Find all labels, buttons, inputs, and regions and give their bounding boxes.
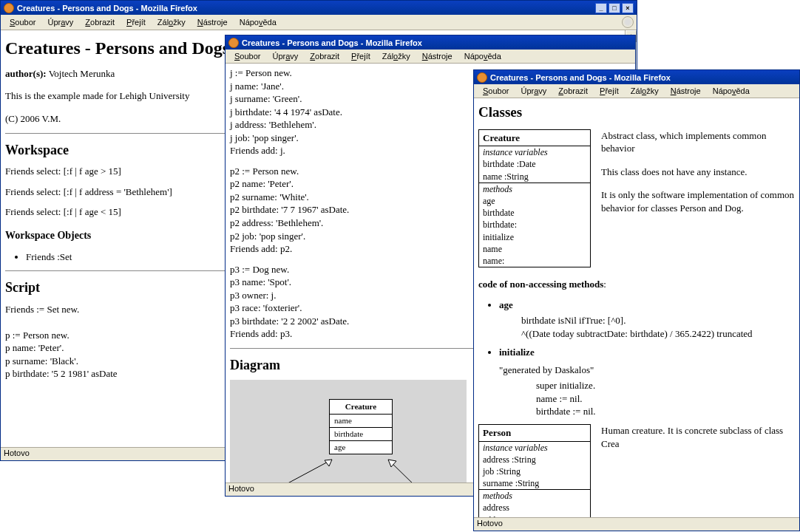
window-classes: Creatures - Persons and Dogs - Mozilla F… (473, 69, 800, 531)
status-text: Hotovo (477, 519, 503, 528)
menu-nastroje[interactable]: Nástroje (416, 51, 458, 61)
statusbar: Hotovo (474, 517, 799, 531)
menu-soubor[interactable]: Soubor (477, 86, 515, 96)
method-name-init: initialize (499, 347, 535, 358)
firefox-icon (477, 72, 487, 83)
creature-desc: It is only the software implementation o… (601, 188, 795, 214)
menubar: Soubor Úpravy Zobrazit Přejít Záložky Ná… (226, 50, 635, 64)
svg-line-2 (388, 460, 416, 482)
classes-heading: Classes (478, 103, 795, 122)
code-line: birthdate := nil. (536, 405, 795, 418)
window-title: Creatures - Persons and Dogs - Mozilla F… (17, 4, 595, 13)
window-title: Creatures - Persons and Dogs - Mozilla F… (242, 38, 632, 47)
menu-zalozky[interactable]: Záložky (376, 51, 416, 61)
menu-prejit[interactable]: Přejít (121, 17, 152, 27)
svg-line-0 (281, 460, 332, 482)
uml-class-creature: Creature name birthdate age (329, 399, 393, 454)
minimize-button[interactable]: _ (595, 3, 607, 13)
method-name-age: age (499, 299, 513, 310)
menu-prejit[interactable]: Přejít (345, 51, 376, 61)
author-label: author(s): (5, 68, 47, 79)
class-table-creature: Creature instance variables birthdate :D… (478, 129, 591, 267)
init-comment: "generated by Daskalos" (499, 364, 795, 377)
code-line: super initialize. (536, 379, 795, 392)
firefox-icon (4, 3, 14, 13)
menubar: Soubor Úpravy Zobrazit Přejít Záložky Ná… (1, 15, 637, 30)
titlebar: Creatures - Persons and Dogs - Mozilla F… (474, 70, 799, 84)
author-value: Vojtech Merunka (49, 68, 115, 79)
titlebar: Creatures - Persons and Dogs - Mozilla F… (1, 1, 637, 15)
menu-zalozky[interactable]: Záložky (152, 17, 191, 27)
firefox-icon (228, 38, 239, 48)
svg-marker-3 (388, 460, 396, 467)
class-table-person: Person instance variables address :Strin… (478, 424, 591, 517)
throbber-icon (622, 16, 634, 28)
uml-diagram: Creature name birthdate age Person surna… (230, 380, 467, 482)
svg-marker-1 (325, 460, 332, 466)
menu-napoveda[interactable]: Nápověda (234, 17, 282, 27)
menu-zobrazit[interactable]: Zobrazit (552, 86, 594, 96)
titlebar: Creatures - Persons and Dogs - Mozilla F… (226, 35, 635, 50)
person-desc: Human creature. It is concrete subclass … (601, 424, 795, 450)
menu-soubor[interactable]: Soubor (228, 51, 266, 61)
menu-upravy[interactable]: Úpravy (515, 86, 552, 96)
status-text: Hotovo (228, 484, 254, 493)
creature-desc: This class does not have any instance. (601, 166, 795, 179)
maximize-button[interactable]: □ (609, 3, 620, 13)
menu-zalozky[interactable]: Záložky (625, 86, 665, 96)
menu-upravy[interactable]: Úpravy (41, 17, 79, 27)
close-button[interactable]: × (622, 3, 634, 13)
code-methods-heading: code of non-accessing methods (478, 279, 603, 290)
code-line: birthdate isNil ifTrue: [^0]. (521, 314, 795, 327)
menu-zobrazit[interactable]: Zobrazit (304, 51, 345, 61)
status-text: Hotovo (4, 449, 30, 457)
menu-prejit[interactable]: Přejít (594, 86, 625, 96)
menu-upravy[interactable]: Úpravy (266, 51, 304, 61)
creature-desc: Abstract class, which implements common … (601, 129, 795, 155)
menubar: Soubor Úpravy Zobrazit Přejít Záložky Ná… (474, 84, 799, 98)
menu-zobrazit[interactable]: Zobrazit (79, 17, 121, 27)
window-title: Creatures - Persons and Dogs - Mozilla F… (490, 73, 796, 82)
code-line: ^((Date today subtractDate: birthdate) /… (521, 327, 795, 341)
menu-napoveda[interactable]: Nápověda (458, 51, 507, 61)
code-line: name := nil. (536, 392, 795, 406)
menu-soubor[interactable]: Soubor (4, 17, 41, 27)
menu-nastroje[interactable]: Nástroje (191, 17, 234, 27)
page-content: Classes Creature instance variables birt… (474, 98, 799, 517)
menu-napoveda[interactable]: Nápověda (707, 86, 756, 96)
menu-nastroje[interactable]: Nástroje (665, 86, 707, 96)
